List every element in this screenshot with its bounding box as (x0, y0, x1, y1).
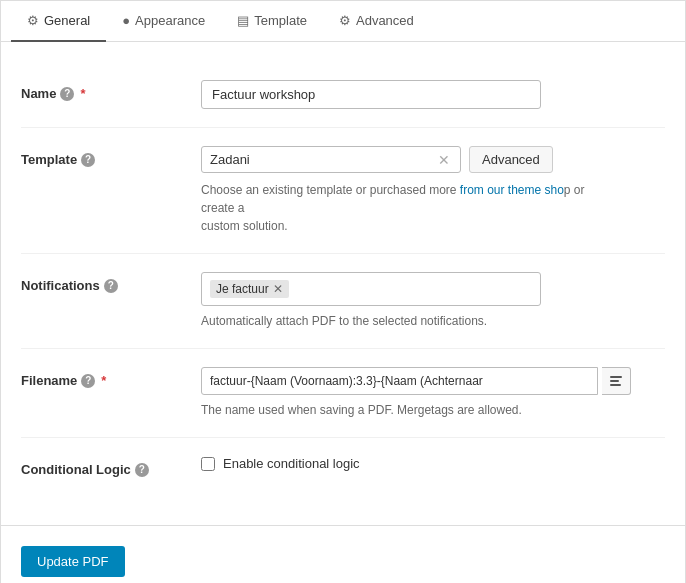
conditional-logic-control: Enable conditional logic (201, 456, 665, 471)
name-control (201, 80, 665, 109)
conditional-logic-label: Conditional Logic ? (21, 456, 201, 477)
name-required: * (80, 86, 85, 101)
advanced-tab-icon: ⚙ (339, 13, 351, 28)
update-pdf-button[interactable]: Update PDF (21, 546, 125, 577)
notifications-label: Notifications ? (21, 272, 201, 293)
template-select-row: Zadani ✕ Advanced (201, 146, 665, 173)
conditional-logic-row: Conditional Logic ? Enable conditional l… (21, 438, 665, 495)
tab-general[interactable]: ⚙ General (11, 1, 106, 42)
tab-template[interactable]: ▤ Template (221, 1, 323, 42)
template-selected-value: Zadani (210, 152, 436, 167)
name-help-icon[interactable]: ? (60, 87, 74, 101)
filename-row: Filename ? * The name used when saving a (21, 349, 665, 438)
form-content: Name ? * Template ? Zadani ✕ Advance (1, 42, 685, 515)
filename-help-text: The name used when saving a PDF. Mergeta… (201, 401, 621, 419)
tab-advanced-label: Advanced (356, 13, 414, 28)
notification-tag: Je factuur ✕ (210, 280, 289, 298)
template-row: Template ? Zadani ✕ Advanced Choose an e… (21, 128, 665, 254)
conditional-logic-checkbox[interactable] (201, 457, 215, 471)
theme-shop-link[interactable]: from our theme sho (460, 183, 564, 197)
filename-help-icon[interactable]: ? (81, 374, 95, 388)
tag-label: Je factuur (216, 282, 269, 296)
notifications-tag-input[interactable]: Je factuur ✕ (201, 272, 541, 306)
page-wrapper: ⚙ General ● Appearance ▤ Template ⚙ Adva… (0, 0, 686, 583)
template-tab-icon: ▤ (237, 13, 249, 28)
template-help-text: Choose an existing template or purchased… (201, 181, 621, 235)
tab-template-label: Template (254, 13, 307, 28)
svg-rect-1 (610, 380, 619, 382)
notifications-row: Notifications ? Je factuur ✕ Automatical… (21, 254, 665, 349)
filename-required: * (101, 373, 106, 388)
filename-label: Filename ? * (21, 367, 201, 388)
filename-control: The name used when saving a PDF. Mergeta… (201, 367, 665, 419)
notifications-help-text: Automatically attach PDF to the selected… (201, 312, 621, 330)
tab-appearance-label: Appearance (135, 13, 205, 28)
tab-general-label: General (44, 13, 90, 28)
conditional-logic-checkbox-label: Enable conditional logic (223, 456, 360, 471)
tab-advanced[interactable]: ⚙ Advanced (323, 1, 430, 42)
general-tab-icon: ⚙ (27, 13, 39, 28)
name-input[interactable] (201, 80, 541, 109)
filename-input-row (201, 367, 631, 395)
footer: Update PDF (1, 525, 685, 583)
tag-remove-button[interactable]: ✕ (273, 283, 283, 295)
conditional-logic-help-icon[interactable]: ? (135, 463, 149, 477)
template-advanced-button[interactable]: Advanced (469, 146, 553, 173)
template-clear-button[interactable]: ✕ (436, 153, 452, 167)
svg-rect-2 (610, 384, 621, 386)
mergetag-button[interactable] (602, 367, 631, 395)
name-row: Name ? * (21, 62, 665, 128)
tabs-bar: ⚙ General ● Appearance ▤ Template ⚙ Adva… (1, 1, 685, 42)
template-control: Zadani ✕ Advanced Choose an existing tem… (201, 146, 665, 235)
appearance-tab-icon: ● (122, 13, 130, 28)
template-select[interactable]: Zadani ✕ (201, 146, 461, 173)
svg-rect-0 (610, 376, 622, 378)
tab-appearance[interactable]: ● Appearance (106, 1, 221, 42)
template-label: Template ? (21, 146, 201, 167)
conditional-logic-checkbox-row: Enable conditional logic (201, 456, 665, 471)
filename-input[interactable] (201, 367, 598, 395)
notifications-help-icon[interactable]: ? (104, 279, 118, 293)
template-help-icon[interactable]: ? (81, 153, 95, 167)
mergetag-icon (609, 374, 623, 388)
name-label: Name ? * (21, 80, 201, 101)
notifications-control: Je factuur ✕ Automatically attach PDF to… (201, 272, 665, 330)
